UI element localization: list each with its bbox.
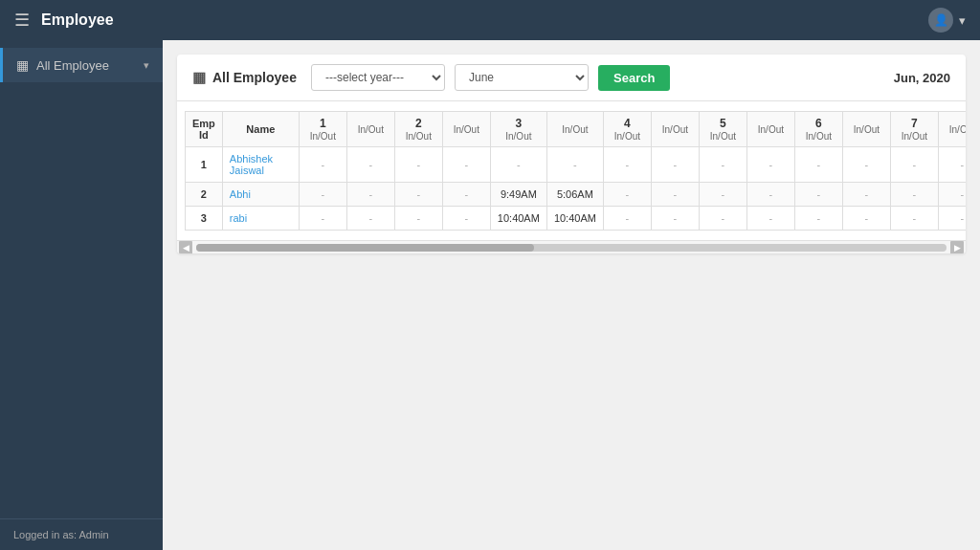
col-header-d1: 1In/Out — [299, 112, 346, 147]
table-icon: ▦ — [192, 69, 206, 86]
day-cell: - — [842, 147, 890, 183]
day-cell: - — [394, 183, 442, 207]
day-cell: - — [746, 147, 794, 183]
day-cell: - — [699, 147, 746, 183]
day-cell: - — [651, 147, 699, 183]
day-cell: - — [794, 147, 842, 183]
layout: ▦ All Employee ▾ Logged in as: Admin ▦ A… — [0, 40, 980, 550]
day-cell: - — [699, 183, 746, 207]
sidebar-item-label: All Employee — [36, 58, 136, 73]
year-select[interactable]: ---select year--- 2020 2019 — [311, 64, 445, 91]
hamburger-icon[interactable]: ☰ — [14, 10, 30, 31]
day-cell: - — [890, 183, 938, 207]
table-row: 2Abhi----9:49AM5:06AM-------------------… — [186, 183, 967, 207]
day-cell: 9:49AM — [490, 183, 546, 207]
scroll-left-arrow[interactable]: ◀ — [179, 241, 192, 254]
emp-id-cell: 1 — [186, 147, 223, 183]
day-cell: - — [299, 183, 346, 207]
day-cell: - — [442, 207, 490, 231]
scroll-right-arrow[interactable]: ▶ — [950, 241, 964, 254]
sidebar-menu: ▦ All Employee ▾ — [0, 40, 163, 90]
sidebar-footer: Logged in as: Admin — [0, 518, 163, 550]
col-header-d1b: In/Out — [346, 112, 394, 147]
col-header-d5: 5In/Out — [699, 112, 746, 147]
card: ▦ All Employee ---select year--- 2020 20… — [177, 55, 966, 253]
col-header-d2b: In/Out — [442, 112, 490, 147]
col-header-emp-id: EmpId — [186, 112, 223, 147]
col-header-d6b: In/Out — [842, 112, 890, 147]
chevron-down-icon: ▾ — [144, 59, 149, 72]
day-cell: - — [442, 183, 490, 207]
col-header-d6: 6In/Out — [794, 112, 842, 147]
day-cell: - — [346, 183, 394, 207]
emp-name-cell: rabi — [222, 207, 299, 231]
emp-id-cell: 3 — [186, 207, 223, 231]
emp-name-cell: AbhishekJaiswal — [222, 147, 299, 183]
emp-id-cell: 2 — [186, 183, 223, 207]
day-cell: - — [603, 183, 651, 207]
header-controls: ---select year--- 2020 2019 ---select mo… — [311, 64, 950, 91]
day-cell: - — [746, 207, 794, 231]
main-content: ▦ All Employee ---select year--- 2020 20… — [163, 40, 980, 550]
search-button[interactable]: Search — [598, 65, 670, 91]
date-display: Jun, 2020 — [894, 71, 950, 85]
day-cell: - — [442, 147, 490, 183]
table-row: 3rabi----10:40AM10:40AM----------11:55AM… — [186, 207, 967, 231]
day-cell: - — [746, 183, 794, 207]
attendance-table: EmpId Name 1In/Out In/Out 2In/Out In/Out… — [185, 111, 966, 231]
navbar-title: Employee — [41, 11, 114, 29]
day-cell: 10:40AM — [546, 207, 603, 231]
col-header-d7: 7In/Out — [890, 112, 938, 147]
sidebar-item-all-employee[interactable]: ▦ All Employee ▾ — [0, 48, 163, 82]
day-cell: - — [842, 207, 890, 231]
horizontal-scrollbar[interactable]: ◀ ▶ — [177, 240, 966, 253]
day-cell: - — [394, 147, 442, 183]
sidebar: ▦ All Employee ▾ Logged in as: Admin — [0, 40, 163, 550]
day-cell: - — [299, 207, 346, 231]
month-select[interactable]: ---select month--- JanuaryFebruaryMarch … — [455, 64, 589, 91]
navbar-left: ☰ Employee — [14, 10, 114, 31]
day-cell: - — [890, 207, 938, 231]
day-cell: - — [699, 207, 746, 231]
user-chevron-icon: ▾ — [959, 13, 966, 28]
day-cell: - — [794, 207, 842, 231]
avatar: 👤 — [928, 8, 953, 33]
day-cell: - — [938, 183, 966, 207]
day-cell: 10:40AM — [490, 207, 546, 231]
day-cell: - — [346, 207, 394, 231]
day-cell: - — [794, 183, 842, 207]
col-header-d3b: In/Out — [546, 112, 603, 147]
scroll-thumb[interactable] — [196, 244, 534, 252]
user-menu[interactable]: 👤 ▾ — [928, 8, 966, 33]
navbar: ☰ Employee 👤 ▾ — [0, 0, 980, 40]
table-wrapper: EmpId Name 1In/Out In/Out 2In/Out In/Out… — [177, 101, 966, 240]
day-cell: - — [490, 147, 546, 183]
col-header-d5b: In/Out — [746, 112, 794, 147]
col-header-d4: 4In/Out — [603, 112, 651, 147]
col-header-name: Name — [222, 112, 299, 147]
day-cell: - — [890, 147, 938, 183]
day-cell: - — [938, 147, 966, 183]
day-cell: - — [651, 207, 699, 231]
day-cell: - — [603, 207, 651, 231]
card-title: ▦ All Employee — [192, 69, 298, 86]
day-cell: - — [346, 147, 394, 183]
card-header: ▦ All Employee ---select year--- 2020 20… — [177, 55, 966, 101]
day-cell: - — [938, 207, 966, 231]
card-title-text: All Employee — [212, 70, 297, 85]
emp-name-cell: Abhi — [222, 183, 299, 207]
col-header-d7b: In/Out — [938, 112, 966, 147]
day-cell: - — [842, 183, 890, 207]
day-cell: 5:06AM — [546, 183, 603, 207]
day-cell: - — [603, 147, 651, 183]
table-row: 1AbhishekJaiswal------------------------… — [186, 147, 967, 183]
table-icon: ▦ — [16, 57, 29, 73]
col-header-d4b: In/Out — [651, 112, 699, 147]
col-header-d3: 3In/Out — [490, 112, 546, 147]
day-cell: - — [299, 147, 346, 183]
day-cell: - — [546, 147, 603, 183]
day-cell: - — [651, 183, 699, 207]
scroll-track[interactable] — [196, 244, 947, 252]
day-cell: - — [394, 207, 442, 231]
col-header-d2: 2In/Out — [394, 112, 442, 147]
